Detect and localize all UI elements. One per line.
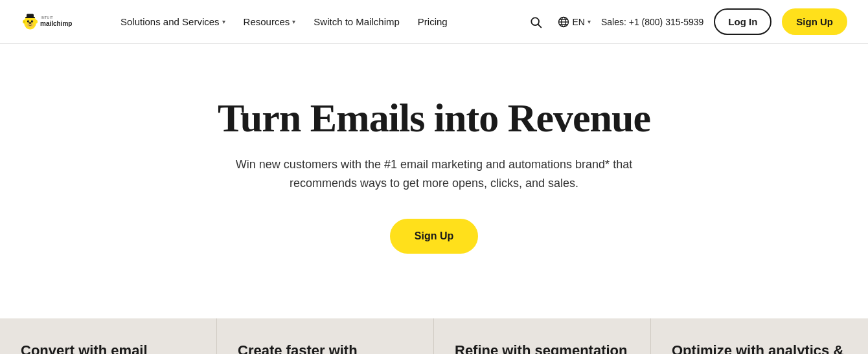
nav-resources[interactable]: Resources ▾ (236, 11, 304, 32)
sales-phone: Sales: +1 (800) 315-5939 (601, 17, 703, 27)
header-right: EN ▾ Sales: +1 (800) 315-5939 Log In Sig… (524, 8, 847, 35)
logo: INTUIT mailchimp (21, 8, 92, 36)
feature-title-automations: Convert with email automations (21, 342, 196, 354)
feature-item-segmentation: Refine with segmentation (434, 318, 651, 354)
feature-title-segmentation: Refine with segmentation (455, 342, 630, 354)
lang-label: EN (572, 17, 584, 27)
login-button[interactable]: Log In (714, 8, 771, 35)
logo-link[interactable]: INTUIT mailchimp (21, 8, 92, 36)
nav-pricing[interactable]: Pricing (410, 11, 455, 32)
svg-point-9 (29, 22, 32, 24)
main-nav: Solutions and Services ▾ Resources ▾ Swi… (113, 11, 524, 32)
hero-subtitle: Win new customers with the #1 email mark… (233, 155, 635, 193)
site-header: INTUIT mailchimp Solutions and Services … (0, 0, 868, 44)
svg-point-5 (27, 20, 30, 23)
svg-point-8 (32, 20, 32, 21)
feature-item-automations: Convert with email automations (0, 318, 217, 354)
feature-title-ai: Create faster with generative AI (238, 342, 413, 354)
globe-icon (558, 16, 569, 28)
sales-phone-link[interactable]: +1 (800) 315-5939 (629, 17, 704, 27)
svg-line-15 (538, 24, 542, 27)
chevron-down-icon: ▾ (292, 18, 295, 25)
hero-title: Turn Emails into Revenue (218, 96, 650, 140)
chevron-down-icon: ▾ (588, 18, 591, 25)
nav-solutions-services[interactable]: Solutions and Services ▾ (113, 11, 233, 32)
search-button[interactable] (524, 10, 547, 34)
language-selector[interactable]: EN ▾ (558, 16, 590, 28)
feature-item-analytics: Optimize with analytics & reporting (651, 318, 868, 354)
svg-point-6 (31, 20, 34, 23)
svg-text:mailchimp: mailchimp (40, 19, 72, 27)
hero-section: Turn Emails into Revenue Win new custome… (0, 44, 868, 318)
nav-switch-mailchimp[interactable]: Switch to Mailchimp (306, 11, 407, 32)
search-icon (529, 16, 542, 28)
svg-point-2 (34, 19, 38, 23)
features-strip: Convert with email automations Create fa… (0, 318, 868, 354)
svg-text:INTUIT: INTUIT (41, 15, 53, 19)
feature-title-analytics: Optimize with analytics & reporting (672, 342, 847, 354)
svg-point-3 (23, 20, 25, 23)
chevron-down-icon: ▾ (222, 18, 225, 25)
svg-point-7 (28, 20, 29, 21)
svg-rect-11 (27, 14, 34, 17)
feature-item-ai: Create faster with generative AI (217, 318, 434, 354)
signup-button-header[interactable]: Sign Up (782, 8, 847, 35)
signup-button-hero[interactable]: Sign Up (390, 219, 478, 254)
